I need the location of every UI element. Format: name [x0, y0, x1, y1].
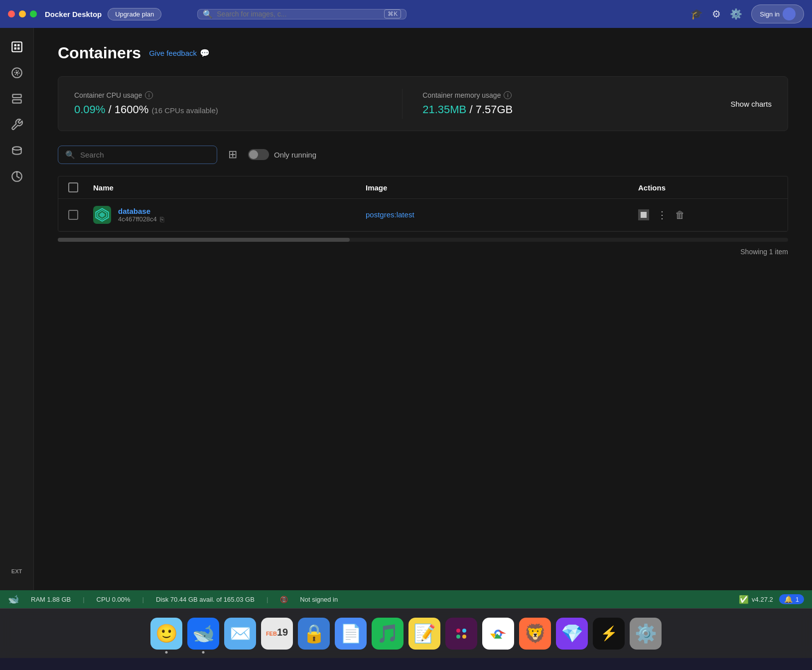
stop-button[interactable]: [638, 209, 649, 220]
table-header: Name Image Actions: [58, 176, 788, 199]
page-title: Containers: [58, 44, 141, 62]
sidebar-item-extensions[interactable]: EXT: [6, 560, 28, 582]
select-all-checkbox[interactable]: [68, 182, 78, 192]
memory-label: Container memory usage i: [422, 91, 730, 99]
cpu-value: 0.09% / 1600% (16 CPUs available): [74, 103, 382, 116]
delete-button[interactable]: 🗑: [675, 209, 685, 221]
cpu-highlight: 0.09%: [74, 103, 105, 116]
disk-stat: Disk 70.44 GB avail. of 165.03 GB: [156, 596, 255, 603]
dock-slack[interactable]: [445, 618, 477, 650]
traffic-lights: [8, 10, 37, 17]
dock-docs[interactable]: 📄: [335, 618, 367, 650]
svg-point-16: [456, 629, 460, 633]
app-name: Docker Desktop: [45, 10, 102, 18]
row-actions: ⋮ 🗑: [638, 209, 778, 221]
sidebar-item-builds[interactable]: [6, 140, 28, 162]
wifi-icon: 📵: [280, 596, 288, 603]
showing-count: Showing 1 item: [58, 248, 788, 260]
feedback-label: Give feedback: [149, 49, 197, 57]
column-actions: Actions: [638, 183, 778, 192]
sidebar-item-scout[interactable]: [6, 166, 28, 187]
footer-status-bar: 🐋 RAM 1.88 GB | CPU 0.00% | Disk 70.44 G…: [0, 590, 812, 608]
cpu-stat: Container CPU usage i 0.09% / 1600% (16 …: [74, 91, 382, 116]
sidebar-item-images[interactable]: [6, 62, 28, 84]
column-name: Name: [93, 183, 366, 192]
row-checkbox[interactable]: [68, 210, 78, 220]
dock-spotify[interactable]: 🎵: [372, 618, 404, 650]
sidebar-item-containers[interactable]: [6, 36, 28, 58]
upgrade-plan-button[interactable]: Upgrade plan: [108, 8, 161, 20]
close-button[interactable]: [8, 10, 15, 17]
dock-finder[interactable]: 🙂: [150, 618, 182, 650]
memory-highlight: 21.35MB: [422, 103, 466, 116]
settings-icon[interactable]: ⚙️: [730, 8, 742, 20]
container-details: database 4c467ff028c4 ⎘: [118, 207, 164, 223]
dock-obsidian[interactable]: 💎: [556, 618, 588, 650]
horizontal-scrollbar[interactable]: [58, 238, 788, 242]
version-text: v4.27.2: [752, 596, 773, 603]
macos-dock: 🙂 🐋 ✉️ FEB 19 🔒 📄 🎵 📝 🦁 💎 ⚡ ⚙️: [0, 608, 812, 658]
toggle-knob: [249, 150, 258, 159]
search-input[interactable]: [80, 151, 210, 159]
cpu-label: Container CPU usage i: [74, 91, 382, 99]
search-wrapper[interactable]: 🔍: [58, 146, 217, 164]
cpu-info-icon[interactable]: i: [145, 91, 153, 99]
memory-value: 21.35MB / 7.57GB: [422, 103, 730, 116]
more-options-button[interactable]: ⋮: [657, 209, 667, 221]
image-link[interactable]: postgres:latest: [366, 210, 414, 219]
sidebar-item-tools[interactable]: [6, 114, 28, 136]
sidebar-ext[interactable]: EXT: [6, 560, 28, 582]
svg-rect-4: [17, 47, 19, 49]
cpu-note: (16 CPUs available): [151, 106, 218, 115]
extensions-icon[interactable]: ⚙: [712, 8, 721, 20]
dock-docker[interactable]: 🐋: [187, 618, 219, 650]
notification-count: 1: [796, 596, 799, 603]
container-logo: [93, 206, 111, 224]
maximize-button[interactable]: [30, 10, 37, 17]
sidebar-item-volumes[interactable]: [6, 88, 28, 110]
dock-brave[interactable]: 🦁: [519, 618, 551, 650]
dock-warp[interactable]: ⚡: [593, 618, 625, 650]
dock-mail[interactable]: ✉️: [224, 618, 256, 650]
signin-button[interactable]: Sign in: [751, 4, 804, 23]
container-name-link[interactable]: database: [118, 207, 164, 215]
global-search-bar[interactable]: 🔍 ⌘K: [197, 9, 406, 19]
memory-info-icon[interactable]: i: [504, 91, 512, 99]
minimize-button[interactable]: [19, 10, 26, 17]
docker-status-icon: 🐋: [8, 594, 19, 605]
dock-calendar[interactable]: FEB 19: [261, 618, 293, 650]
containers-table: Name Image Actions database: [58, 176, 788, 232]
feedback-link[interactable]: Give feedback 💬: [149, 48, 210, 58]
global-search-input[interactable]: [217, 10, 380, 18]
only-running-label: Only running: [274, 151, 316, 159]
learn-icon[interactable]: 🎓: [690, 8, 703, 20]
dock-notes[interactable]: 📝: [408, 618, 440, 650]
container-id: 4c467ff028c4 ⎘: [118, 215, 164, 223]
show-charts-button[interactable]: Show charts: [730, 100, 772, 108]
avatar: [783, 7, 796, 20]
svg-rect-3: [14, 47, 16, 49]
dock-chrome[interactable]: [482, 618, 514, 650]
stop-icon: [641, 212, 647, 218]
container-image-cell: postgres:latest: [366, 210, 638, 219]
signed-in-status: Not signed in: [300, 596, 338, 603]
page-header: Containers Give feedback 💬: [58, 44, 788, 62]
titlebar-right: 🎓 ⚙ ⚙️ Sign in: [690, 4, 804, 23]
column-image: Image: [366, 183, 638, 192]
svg-point-17: [462, 629, 466, 633]
stat-divider: [402, 89, 403, 119]
scrollbar-thumb[interactable]: [58, 238, 350, 242]
only-running-toggle[interactable]: [248, 149, 269, 160]
copy-id-icon[interactable]: ⎘: [160, 215, 164, 223]
titlebar: Docker Desktop Upgrade plan 🔍 ⌘K 🎓 ⚙ ⚙️ …: [0, 0, 812, 28]
main-layout: EXT Containers Give feedback 💬 Container…: [0, 28, 812, 590]
dock-bitwarden[interactable]: 🔒: [298, 618, 330, 650]
cpu-stat-footer: CPU 0.00%: [97, 596, 131, 603]
memory-stat: Container memory usage i 21.35MB / 7.57G…: [422, 91, 730, 116]
keyboard-shortcut-badge: ⌘K: [384, 9, 401, 18]
columns-icon[interactable]: ⊞: [225, 145, 240, 164]
container-info: database 4c467ff028c4 ⎘: [93, 206, 366, 224]
dock-settings[interactable]: ⚙️: [630, 618, 662, 650]
version-badge: ✅ v4.27.2: [739, 595, 773, 604]
notifications-badge[interactable]: 🔔 1: [779, 594, 804, 604]
